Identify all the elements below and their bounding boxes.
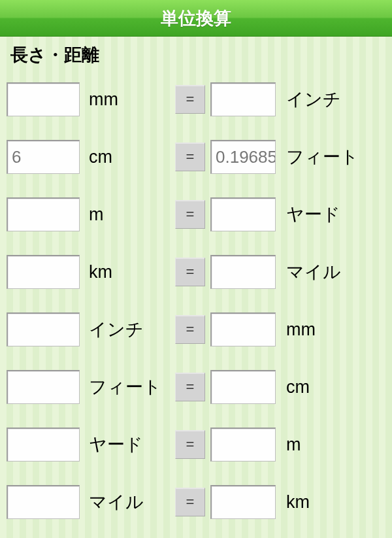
conversion-row: m = ヤード bbox=[7, 186, 385, 243]
equals-button[interactable]: = bbox=[175, 143, 205, 171]
conversion-row: マイル = km bbox=[7, 473, 385, 531]
right-unit-label: フィート bbox=[281, 145, 385, 169]
left-unit-label: マイル bbox=[84, 490, 170, 514]
equals-button[interactable]: = bbox=[175, 315, 205, 344]
right-unit-label: km bbox=[281, 492, 385, 513]
left-input[interactable] bbox=[7, 370, 80, 404]
left-unit-label: インチ bbox=[84, 318, 170, 341]
conversion-row: mm = インチ bbox=[7, 71, 385, 128]
left-input[interactable] bbox=[7, 428, 80, 462]
equals-button[interactable]: = bbox=[175, 200, 205, 229]
left-unit-label: ヤード bbox=[84, 433, 170, 456]
right-unit-label: インチ bbox=[281, 88, 385, 111]
conversion-row: 6 cm = 0.19685 フィート bbox=[7, 128, 385, 186]
right-input[interactable] bbox=[210, 428, 276, 462]
conversion-row: フィート = cm bbox=[7, 358, 385, 416]
equals-button[interactable]: = bbox=[175, 373, 205, 401]
right-input[interactable]: 0.19685 bbox=[210, 140, 276, 174]
equals-button[interactable]: = bbox=[175, 488, 205, 516]
equals-button[interactable]: = bbox=[175, 430, 205, 459]
right-input[interactable] bbox=[210, 82, 276, 116]
right-unit-label: ヤード bbox=[281, 203, 385, 226]
right-unit-label: m bbox=[281, 435, 385, 455]
right-input[interactable] bbox=[210, 197, 276, 231]
left-unit-label: mm bbox=[84, 90, 170, 110]
left-unit-label: フィート bbox=[84, 375, 170, 399]
conversion-rows: mm = インチ 6 cm = 0.19685 フィート m = ヤード km … bbox=[0, 71, 392, 531]
section-title: 長さ・距離 bbox=[0, 37, 392, 71]
right-input[interactable] bbox=[210, 312, 276, 346]
left-input[interactable] bbox=[7, 485, 80, 519]
app-title: 単位換算 bbox=[161, 7, 231, 30]
left-input[interactable] bbox=[7, 197, 80, 231]
right-unit-label: mm bbox=[281, 320, 385, 340]
conversion-row: ヤード = m bbox=[7, 416, 385, 473]
equals-button[interactable]: = bbox=[175, 258, 205, 286]
left-unit-label: m bbox=[84, 205, 170, 225]
left-unit-label: cm bbox=[84, 147, 170, 167]
right-input[interactable] bbox=[210, 255, 276, 289]
right-unit-label: cm bbox=[281, 377, 385, 397]
left-input[interactable] bbox=[7, 82, 80, 116]
right-input[interactable] bbox=[210, 370, 276, 404]
app-header: 単位換算 bbox=[0, 0, 392, 37]
conversion-row: km = マイル bbox=[7, 243, 385, 301]
left-input[interactable]: 6 bbox=[7, 140, 80, 174]
left-input[interactable] bbox=[7, 255, 80, 289]
right-input[interactable] bbox=[210, 485, 276, 519]
right-unit-label: マイル bbox=[281, 260, 385, 284]
left-input[interactable] bbox=[7, 312, 80, 346]
conversion-row: インチ = mm bbox=[7, 301, 385, 358]
left-unit-label: km bbox=[84, 262, 170, 282]
equals-button[interactable]: = bbox=[175, 85, 205, 114]
